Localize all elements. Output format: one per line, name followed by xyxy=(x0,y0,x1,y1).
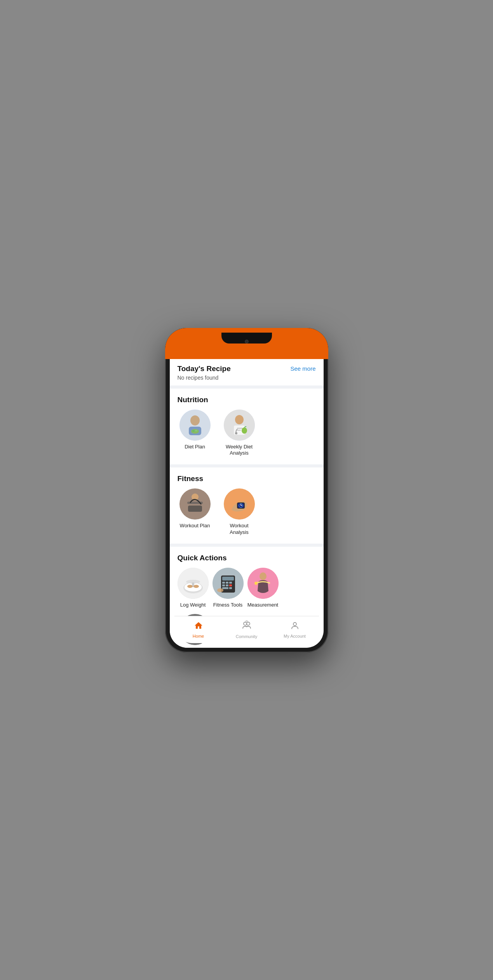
svg-rect-33 xyxy=(222,582,225,584)
bottom-navigation: Home Community xyxy=(174,616,319,643)
diet-plan-button[interactable]: Diet Plan xyxy=(178,410,213,457)
svg-point-29 xyxy=(193,585,199,588)
quick-actions-header: Quick Actions xyxy=(178,554,316,562)
measurement-label: Measurement xyxy=(247,602,278,609)
workout-analysis-icon xyxy=(224,488,255,520)
community-icon xyxy=(242,621,252,633)
nav-home[interactable]: Home xyxy=(183,618,214,642)
fitness-title: Fitness xyxy=(178,474,204,483)
quick-actions-row1: Log Weight xyxy=(178,568,316,609)
nav-community-label: Community xyxy=(236,634,258,639)
fitness-items-row: Workout Plan xyxy=(178,488,316,536)
notch xyxy=(221,333,272,344)
fitness-header: Fitness xyxy=(178,474,316,483)
log-weight-circle xyxy=(178,568,209,599)
fitness-tools-button[interactable]: Fitness Tools xyxy=(213,568,244,609)
nutrition-section: Nutrition xyxy=(170,389,324,465)
svg-rect-16 xyxy=(188,506,202,512)
svg-point-52 xyxy=(244,622,247,625)
workout-analysis-button[interactable]: Workout Analysis xyxy=(222,488,257,536)
measurement-circle xyxy=(247,568,279,599)
log-weight-button[interactable]: Log Weight xyxy=(178,568,209,609)
recipe-header: Today's Recipe See more xyxy=(178,364,316,373)
nav-home-label: Home xyxy=(193,634,204,638)
svg-point-43 xyxy=(260,572,267,580)
home-icon xyxy=(194,621,203,633)
phone-screen: Today's Recipe See more No recipes found… xyxy=(170,333,324,648)
workout-analysis-circle xyxy=(224,488,255,520)
workout-analysis-label: Workout Analysis xyxy=(222,523,257,536)
nutrition-header: Nutrition xyxy=(178,396,316,404)
nav-community[interactable]: Community xyxy=(231,617,262,642)
svg-rect-11 xyxy=(237,430,241,431)
account-icon-svg xyxy=(290,621,300,630)
workout-plan-button[interactable]: Workout Plan xyxy=(178,488,213,536)
svg-point-41 xyxy=(217,588,223,592)
svg-rect-39 xyxy=(222,587,228,589)
nutrition-items-row: Diet Plan xyxy=(178,410,316,457)
community-icon-svg xyxy=(242,621,252,631)
recipe-section: Today's Recipe See more No recipes found xyxy=(170,359,324,385)
svg-rect-10 xyxy=(237,428,242,429)
fitness-tools-label: Fitness Tools xyxy=(213,602,243,609)
svg-point-7 xyxy=(235,415,244,424)
camera-dot xyxy=(245,340,249,344)
see-more-button[interactable]: See more xyxy=(290,365,315,372)
weekly-diet-button[interactable]: Weekly Diet Analysis xyxy=(222,410,257,457)
screen-content: Today's Recipe See more No recipes found… xyxy=(170,359,324,648)
phone-frame: Today's Recipe See more No recipes found… xyxy=(165,328,328,652)
fitness-tools-icon xyxy=(213,568,244,599)
quick-actions-title: Quick Actions xyxy=(178,554,227,562)
svg-rect-40 xyxy=(229,587,232,589)
nav-my-account-label: My Account xyxy=(284,634,306,638)
log-weight-icon xyxy=(178,568,209,599)
diet-plan-icon xyxy=(179,410,211,441)
home-icon-svg xyxy=(194,621,203,630)
svg-point-28 xyxy=(187,585,193,588)
svg-rect-34 xyxy=(226,582,228,584)
fitness-tools-circle xyxy=(213,568,244,599)
no-recipes-text: No recipes found xyxy=(178,375,316,381)
workout-plan-icon xyxy=(179,488,211,520)
recipe-title: Today's Recipe xyxy=(178,364,231,373)
svg-point-3 xyxy=(191,429,199,434)
nutrition-title: Nutrition xyxy=(178,396,208,404)
measurement-button[interactable]: Measurement xyxy=(247,568,279,609)
weekly-diet-circle xyxy=(224,410,255,441)
svg-point-5 xyxy=(195,430,197,431)
diet-plan-circle xyxy=(179,410,211,441)
svg-rect-37 xyxy=(226,584,228,586)
weekly-diet-label: Weekly Diet Analysis xyxy=(222,444,257,457)
workout-plan-circle xyxy=(179,488,211,520)
svg-point-1 xyxy=(190,415,200,425)
nav-my-account[interactable]: My Account xyxy=(279,618,310,642)
measurement-icon xyxy=(247,568,279,599)
svg-point-6 xyxy=(224,410,255,441)
svg-rect-36 xyxy=(222,584,225,586)
weekly-diet-icon xyxy=(224,410,255,441)
svg-rect-32 xyxy=(222,577,234,581)
svg-point-4 xyxy=(192,430,195,432)
svg-point-9 xyxy=(235,432,237,434)
fitness-section: Fitness xyxy=(170,467,324,544)
svg-point-44 xyxy=(254,582,258,585)
diet-plan-label: Diet Plan xyxy=(185,444,205,450)
account-icon xyxy=(290,621,300,633)
svg-point-54 xyxy=(293,623,296,626)
svg-point-53 xyxy=(247,622,250,625)
log-weight-label: Log Weight xyxy=(180,602,206,609)
svg-rect-38 xyxy=(229,584,232,586)
svg-point-12 xyxy=(242,427,247,434)
svg-rect-35 xyxy=(229,582,232,584)
workout-plan-label: Workout Plan xyxy=(180,523,210,529)
